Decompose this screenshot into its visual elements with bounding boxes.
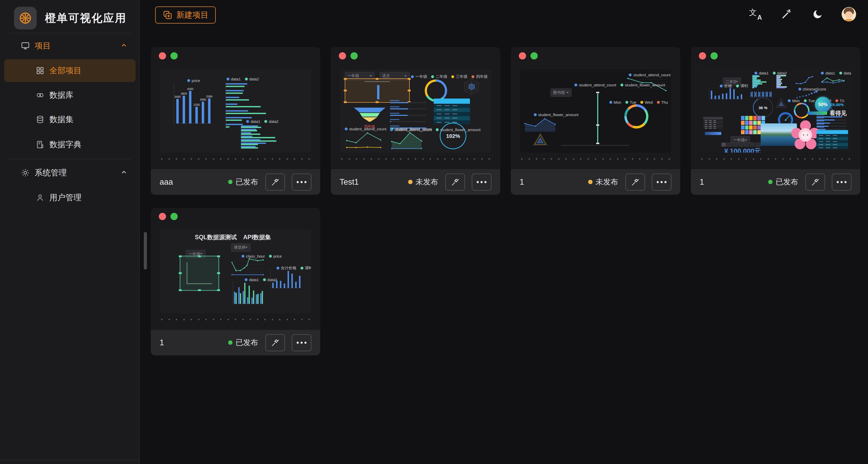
thumb-progress (816, 114, 847, 128)
new-project-button[interactable]: 新建项目 (155, 6, 216, 24)
edit-project-button[interactable] (805, 174, 825, 191)
selection-handle (408, 78, 411, 80)
selection-handle (376, 78, 379, 80)
selection-handle (344, 90, 347, 92)
scrollbar-thumb[interactable] (144, 232, 147, 270)
project-name: aaa (160, 178, 228, 187)
sidebar-section-label: 项目 (35, 40, 51, 51)
more-actions-button[interactable] (652, 174, 672, 191)
thumb-hbars (748, 74, 770, 90)
thumb-tabs (721, 143, 761, 147)
project-thumbnail[interactable]: student_attend_countstudent_attend_count… (520, 69, 671, 153)
more-actions-button[interactable] (292, 334, 311, 351)
new-project-icon (162, 10, 173, 20)
hammer-icon (811, 178, 819, 186)
project-card[interactable]: student_attend_countstudent_attend_count… (511, 47, 680, 195)
more-actions-button[interactable] (292, 174, 311, 191)
sidebar-item-datasets[interactable]: 数据集 (0, 110, 140, 129)
sidebar-item-all-projects[interactable]: 全部项目 (4, 59, 135, 82)
edit-project-button[interactable] (445, 174, 465, 191)
language-icon[interactable]: 文A (748, 7, 763, 21)
selection-handle (408, 90, 411, 92)
thumb-text: ¥ 100,000元 (724, 147, 761, 153)
project-thumbnail[interactable]: data1data2data1data2二年级价格课时chineseScore3… (700, 69, 851, 153)
project-thumbnail[interactable]: SQL数据源测试API数据集一年级请选择class_hourpricedata1… (160, 230, 311, 313)
chevron-up-icon[interactable] (120, 41, 128, 51)
edit-project-button[interactable] (266, 174, 285, 191)
dictionary-icon (35, 140, 45, 149)
sidebar-divider (9, 33, 130, 33)
thumb-legend: data1data2 (226, 77, 259, 81)
thumb-dropdown[interactable]: 图书馆 (550, 89, 571, 97)
status-label: 未发布 (416, 177, 438, 187)
thumb-line (231, 257, 264, 277)
hammer-icon (271, 338, 280, 347)
thumb-legend: MonTueWedThuFriSatSun (609, 100, 671, 104)
selection-handle (217, 255, 220, 257)
project-card[interactable]: price349538054300233029663386data1data2d… (151, 47, 320, 195)
more-actions-button[interactable] (472, 174, 491, 191)
sidebar-item-label: 用户管理 (50, 192, 82, 203)
magic-wand-icon[interactable] (779, 7, 794, 21)
project-card[interactable]: data1data2data1data2二年级价格课时chineseScore3… (691, 47, 860, 195)
new-project-label: 新建项目 (176, 9, 209, 21)
thumb-dropdown[interactable]: 请选择 (231, 243, 251, 252)
chevron-up-icon[interactable] (120, 168, 128, 178)
project-card[interactable]: SQL数据源测试API数据集一年级请选择class_hourpricedata1… (151, 208, 320, 355)
project-thumbnail[interactable]: 一年级语文一年级二年级三年级四年级四年级student_attend_count… (340, 69, 491, 153)
more-dots-icon (657, 181, 666, 183)
perforation-dots (341, 158, 490, 160)
sidebar-section-projects[interactable]: 项目 (0, 36, 140, 56)
more-dots-icon (837, 181, 846, 183)
selection-handle (198, 289, 201, 291)
thumb-funnel: 四年级 (354, 107, 385, 129)
svg-text:3495: 3495 (174, 95, 181, 98)
thumb-vbars (268, 269, 302, 292)
thumb-table (434, 98, 470, 124)
card-footer: 1已发布 (691, 169, 860, 195)
traffic-green-dot (530, 52, 538, 60)
topbar: 新建项目 文A (140, 0, 868, 30)
traffic-green-dot (170, 213, 178, 220)
thumb-selection (345, 79, 410, 102)
thumb-line (390, 131, 423, 150)
project-card[interactable]: 一年级语文一年级二年级三年级四年级四年级student_attend_count… (331, 47, 500, 195)
sidebar-item-user-management[interactable]: 用户管理 (0, 188, 140, 208)
sidebar-item-label: 数据库 (50, 90, 73, 101)
project-name: 1 (520, 178, 588, 187)
hammer-icon (631, 178, 640, 186)
hammer-icon (451, 178, 460, 186)
thumb-radar (531, 131, 550, 151)
thumb-radar (462, 77, 481, 96)
sidebar-section-system[interactable]: 系统管理 (0, 163, 140, 183)
thumb-selection (180, 256, 219, 291)
edit-project-button[interactable] (266, 334, 285, 351)
card-footer: 1未发布 (511, 169, 680, 195)
status-dot (228, 180, 232, 184)
thumb-line (345, 131, 382, 150)
more-dots-icon (297, 342, 307, 344)
project-thumbnail[interactable]: price349538054300233029663386data1data2d… (160, 69, 311, 153)
svg-text:2330: 2330 (193, 103, 200, 106)
dark-mode-icon[interactable] (811, 7, 825, 21)
svg-text:3805: 3805 (181, 92, 187, 95)
selection-handle (198, 255, 201, 257)
project-name: Test1 (340, 178, 408, 187)
database-icon (35, 115, 45, 124)
app-logo-icon (14, 7, 37, 30)
traffic-red-dot (159, 52, 166, 60)
user-avatar[interactable] (842, 7, 856, 22)
status-dot (588, 180, 593, 184)
thumb-gauge: 102% (440, 123, 466, 149)
perforation-dots (521, 158, 670, 160)
thumb-vbars: 349538054300233029663386 (171, 83, 213, 127)
sidebar-item-databases[interactable]: 数据库 (0, 85, 140, 105)
card-footer: Test1未发布 (331, 169, 500, 195)
project-name: 1 (160, 338, 228, 347)
sidebar-item-data-dictionary[interactable]: 数据字典 (0, 135, 140, 154)
more-actions-button[interactable] (832, 174, 851, 191)
status-label: 已发布 (236, 177, 258, 187)
thumb-legend: student_attend_countstudent_flower_amoun… (575, 83, 665, 87)
thumb-hbars (237, 124, 282, 151)
edit-project-button[interactable] (625, 174, 645, 191)
